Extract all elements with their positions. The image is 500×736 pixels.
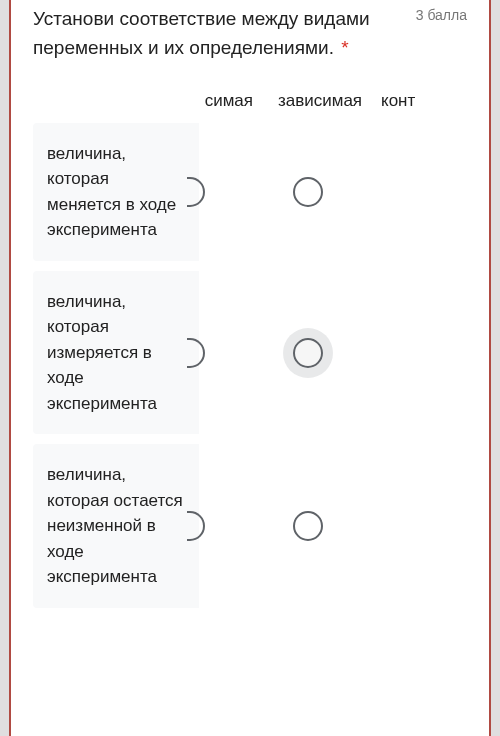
row-label-2: величина, которая измеряется в ходе эксп… xyxy=(33,271,199,435)
points-label: 3 балла xyxy=(416,4,467,23)
radio-2-2[interactable] xyxy=(293,338,323,368)
grid-row-1: величина, которая меняется в ходе экспер… xyxy=(33,123,467,261)
grid-row-2: величина, которая измеряется в ходе эксп… xyxy=(33,271,467,435)
radio-1-2[interactable] xyxy=(293,177,323,207)
column-header-2: зависимая xyxy=(259,91,381,111)
matching-grid: симая зависимая конт величина, которая м… xyxy=(33,91,467,608)
row-label-1: величина, которая меняется в ходе экспер… xyxy=(33,123,199,261)
radio-3-1[interactable] xyxy=(187,511,205,541)
question-header: Установи соответствие между видами перем… xyxy=(33,4,467,63)
radio-cell-2-2 xyxy=(247,338,369,368)
form-card: Установи соответствие между видами перем… xyxy=(9,0,491,736)
required-marker: * xyxy=(341,37,348,58)
radio-cell-3-2 xyxy=(247,511,369,541)
header-spacer xyxy=(33,91,199,111)
radio-cell-2-1 xyxy=(187,338,247,368)
grid-row-3: величина, которая остается неизменной в … xyxy=(33,444,467,608)
question-text: Установи соответствие между видами перем… xyxy=(33,4,416,63)
row-label-3: величина, которая остается неизменной в … xyxy=(33,444,199,608)
radio-3-2[interactable] xyxy=(293,511,323,541)
question-title: Установи соответствие между видами перем… xyxy=(33,8,370,58)
radio-cell-1-2 xyxy=(247,177,369,207)
radio-2-1[interactable] xyxy=(187,338,205,368)
column-headers: симая зависимая конт xyxy=(33,91,467,111)
radio-1-1[interactable] xyxy=(187,177,205,207)
column-header-1: симая xyxy=(199,91,259,111)
radio-cell-1-1 xyxy=(187,177,247,207)
radio-cell-3-1 xyxy=(187,511,247,541)
column-header-3: конт xyxy=(381,91,451,111)
